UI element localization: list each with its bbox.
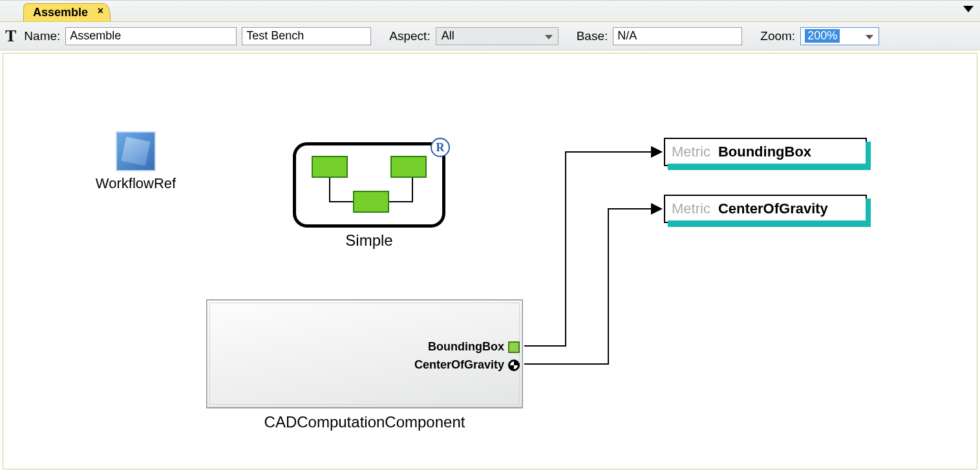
workflowref-icon: [116, 131, 156, 171]
tab-strip: Assemble ×: [0, 0, 980, 22]
centerofgravity-port-icon: [508, 359, 520, 371]
svg-marker-0: [652, 147, 663, 157]
metric-type-label: Metric: [672, 144, 710, 160]
name-input[interactable]: Assemble: [65, 27, 237, 45]
simple-block[interactable]: R Simple: [293, 142, 445, 250]
kind-field: Test Bench: [242, 27, 371, 45]
tab-assemble[interactable]: Assemble ×: [23, 3, 111, 21]
aspect-value: All: [442, 29, 454, 43]
metric-name: BoundingBox: [718, 144, 811, 160]
boundingbox-port-icon: [508, 341, 520, 353]
kind-value: Test Bench: [246, 29, 304, 43]
workflowref-label: WorkflowRef: [68, 175, 204, 192]
port-label: BoundingBox: [428, 340, 504, 354]
metric-type-label: Metric: [672, 200, 710, 217]
cad-label: CADComputationComponent: [206, 413, 523, 431]
testbench-type-icon: T: [5, 27, 16, 46]
tab-title: Assemble: [33, 6, 88, 19]
simple-label: Simple: [293, 231, 445, 250]
aspect-dropdown[interactable]: All: [436, 27, 559, 45]
workflowref-block[interactable]: WorkflowRef: [68, 131, 204, 192]
metric-boundingbox[interactable]: Metric BoundingBox: [664, 138, 867, 166]
port-boundingbox[interactable]: BoundingBox: [428, 340, 520, 354]
svg-marker-2: [651, 203, 663, 215]
base-value: N/A: [617, 29, 637, 43]
zoom-dropdown[interactable]: 200%: [800, 27, 879, 45]
port-label: CenterOfGravity: [414, 358, 504, 372]
aspect-label: Aspect:: [389, 29, 430, 43]
name-label: Name:: [24, 29, 60, 43]
base-input[interactable]: N/A: [613, 27, 742, 45]
simple-internal-wires: [296, 145, 442, 224]
metric-name: CenterOfGravity: [718, 200, 828, 217]
chevron-down-icon: [866, 34, 873, 39]
zoom-label: Zoom:: [760, 29, 795, 43]
metric-centerofgravity[interactable]: Metric CenterOfGravity: [664, 195, 867, 223]
cad-computation-component[interactable]: BoundingBox CenterOfGravity: [206, 299, 523, 408]
model-toolbar: T Name: Assemble Test Bench Aspect: All …: [0, 22, 980, 50]
tab-close-icon[interactable]: ×: [98, 5, 103, 17]
svg-marker-1: [651, 146, 663, 158]
base-label: Base:: [577, 29, 608, 43]
port-centerofgravity[interactable]: CenterOfGravity: [414, 358, 520, 372]
diagram-canvas[interactable]: WorkflowRef R Simple BoundingBox CenterO…: [3, 53, 977, 469]
tab-menu-dropdown-icon[interactable]: [963, 6, 974, 12]
name-value: Assemble: [70, 29, 121, 43]
simple-body: R: [293, 142, 445, 228]
zoom-value: 200%: [805, 29, 840, 43]
